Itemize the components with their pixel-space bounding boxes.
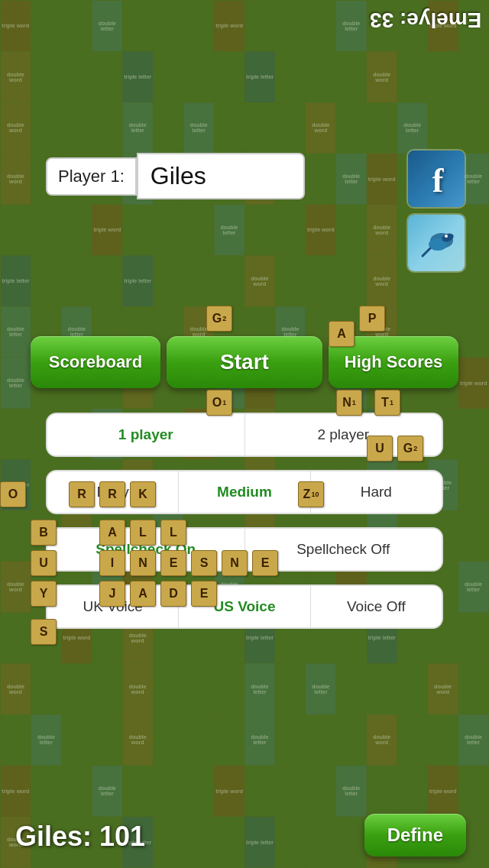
start-button[interactable]: Start bbox=[167, 336, 322, 388]
board-tile: T1 bbox=[374, 390, 400, 416]
board-tile: B bbox=[31, 520, 57, 546]
main-buttons: Scoreboard Start High Scores bbox=[31, 336, 458, 388]
board-tile: L bbox=[130, 520, 156, 546]
board-tile: I bbox=[99, 550, 125, 576]
board-tile: J bbox=[99, 581, 125, 607]
board-tile: N1 bbox=[336, 390, 362, 416]
player-label: Player 1: bbox=[46, 157, 137, 196]
board-tile: E bbox=[160, 550, 186, 576]
voice-off-button[interactable]: Voice Off bbox=[310, 586, 442, 627]
board-tile: E bbox=[252, 550, 278, 576]
board-tile: P bbox=[359, 306, 385, 332]
board-tile: D bbox=[160, 581, 186, 607]
board-tile: U bbox=[31, 550, 57, 576]
board-tile: S bbox=[31, 619, 57, 645]
medium-button[interactable]: Medium bbox=[178, 471, 309, 513]
player-row: Player 1: bbox=[46, 153, 305, 199]
board-tile: N bbox=[222, 550, 248, 576]
player-name-input[interactable] bbox=[137, 153, 305, 199]
bird-icon bbox=[408, 215, 466, 273]
board-tile: O1 bbox=[206, 390, 232, 416]
facebook-button[interactable]: f bbox=[406, 149, 466, 209]
twitter-button[interactable] bbox=[406, 213, 466, 273]
define-button[interactable]: Define bbox=[364, 814, 466, 857]
facebook-icon: f bbox=[408, 151, 466, 209]
one-player-button[interactable]: 1 player bbox=[47, 414, 244, 455]
board-tile: S bbox=[191, 550, 217, 576]
board-tile: A bbox=[329, 321, 355, 347]
svg-line-3 bbox=[423, 248, 430, 256]
board-tile: Y bbox=[31, 581, 57, 607]
board-tile: K bbox=[130, 481, 156, 507]
board-tile: R bbox=[69, 481, 95, 507]
board-tile: O bbox=[0, 481, 26, 507]
board-tile: R bbox=[99, 481, 125, 507]
board-tile: A bbox=[130, 581, 156, 607]
board-tile: G2 bbox=[206, 306, 232, 332]
svg-point-4 bbox=[445, 235, 448, 238]
hard-button[interactable]: Hard bbox=[310, 471, 442, 513]
board-tile: A bbox=[99, 520, 125, 546]
board-tile: Z10 bbox=[298, 481, 324, 507]
scoreboard-button[interactable]: Scoreboard bbox=[31, 336, 160, 388]
board-tile: E bbox=[191, 581, 217, 607]
ui-layer: Emelyе: 33 Player 1: f Scoreboa bbox=[0, 0, 489, 868]
social-icons: f bbox=[406, 149, 466, 273]
board-tile: U bbox=[367, 436, 393, 462]
board-tile: G2 bbox=[397, 436, 423, 462]
player-score: Giles: 101 bbox=[15, 821, 145, 853]
board-tile: L bbox=[160, 520, 186, 546]
board-tile: N bbox=[130, 550, 156, 576]
opponent-score: Emelyе: 33 bbox=[370, 8, 481, 32]
